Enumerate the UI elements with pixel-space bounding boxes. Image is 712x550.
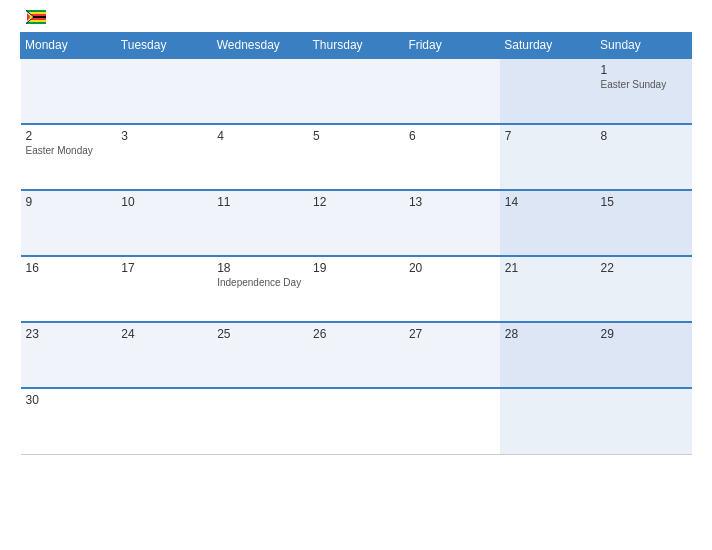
weekday-sunday: Sunday: [596, 33, 692, 59]
day-number: 14: [505, 195, 591, 209]
calendar-cell: [596, 388, 692, 454]
calendar-cell: 25: [212, 322, 308, 388]
calendar-cell: 18Independence Day: [212, 256, 308, 322]
day-number: 3: [121, 129, 207, 143]
calendar-cell: 19: [308, 256, 404, 322]
calendar-cell: 27: [404, 322, 500, 388]
calendar-cell: 15: [596, 190, 692, 256]
holiday-label: Easter Monday: [26, 145, 112, 156]
weekday-tuesday: Tuesday: [116, 33, 212, 59]
weekday-friday: Friday: [404, 33, 500, 59]
calendar-cell: 9: [21, 190, 117, 256]
calendar-cell: 4: [212, 124, 308, 190]
calendar-cell: 29: [596, 322, 692, 388]
day-number: 22: [601, 261, 687, 275]
calendar-week-row: 23242526272829: [21, 322, 692, 388]
day-number: 9: [26, 195, 112, 209]
calendar-table: MondayTuesdayWednesdayThursdayFridaySatu…: [20, 32, 692, 455]
calendar-cell: 17: [116, 256, 212, 322]
calendar-cell: 7: [500, 124, 596, 190]
weekday-monday: Monday: [21, 33, 117, 59]
calendar-cell: [404, 58, 500, 124]
weekday-wednesday: Wednesday: [212, 33, 308, 59]
calendar-cell: 21: [500, 256, 596, 322]
calendar-cell: 11: [212, 190, 308, 256]
day-number: 26: [313, 327, 399, 341]
calendar-cell: 23: [21, 322, 117, 388]
day-number: 13: [409, 195, 495, 209]
calendar-week-row: 2Easter Monday345678: [21, 124, 692, 190]
day-number: 20: [409, 261, 495, 275]
svg-point-10: [30, 16, 33, 19]
day-number: 5: [313, 129, 399, 143]
calendar-cell: 8: [596, 124, 692, 190]
day-number: 30: [26, 393, 112, 407]
calendar-week-row: 1Easter Sunday: [21, 58, 692, 124]
calendar-cell: [308, 388, 404, 454]
weekday-header-row: MondayTuesdayWednesdayThursdayFridaySatu…: [21, 33, 692, 59]
calendar-cell: 14: [500, 190, 596, 256]
day-number: 12: [313, 195, 399, 209]
day-number: 19: [313, 261, 399, 275]
calendar-cell: [116, 388, 212, 454]
calendar-cell: [116, 58, 212, 124]
day-number: 29: [601, 327, 687, 341]
day-number: 8: [601, 129, 687, 143]
day-number: 25: [217, 327, 303, 341]
svg-rect-6: [26, 22, 46, 24]
calendar-cell: 24: [116, 322, 212, 388]
day-number: 18: [217, 261, 303, 275]
calendar-cell: 3: [116, 124, 212, 190]
day-number: 10: [121, 195, 207, 209]
calendar-cell: 12: [308, 190, 404, 256]
weekday-saturday: Saturday: [500, 33, 596, 59]
day-number: 27: [409, 327, 495, 341]
holiday-label: Independence Day: [217, 277, 303, 288]
calendar-cell: [308, 58, 404, 124]
calendar-week-row: 9101112131415: [21, 190, 692, 256]
logo: [24, 10, 46, 24]
calendar-cell: [212, 388, 308, 454]
calendar-cell: 30: [21, 388, 117, 454]
day-number: 11: [217, 195, 303, 209]
calendar-cell: [500, 58, 596, 124]
calendar-cell: 28: [500, 322, 596, 388]
day-number: 21: [505, 261, 591, 275]
calendar-cell: 10: [116, 190, 212, 256]
day-number: 23: [26, 327, 112, 341]
weekday-thursday: Thursday: [308, 33, 404, 59]
calendar-cell: [500, 388, 596, 454]
calendar-cell: [212, 58, 308, 124]
holiday-label: Easter Sunday: [601, 79, 687, 90]
day-number: 24: [121, 327, 207, 341]
day-number: 17: [121, 261, 207, 275]
day-number: 6: [409, 129, 495, 143]
calendar-cell: [404, 388, 500, 454]
calendar-cell: 6: [404, 124, 500, 190]
day-number: 16: [26, 261, 112, 275]
calendar-cell: [21, 58, 117, 124]
calendar-cell: 26: [308, 322, 404, 388]
day-number: 1: [601, 63, 687, 77]
calendar-cell: 16: [21, 256, 117, 322]
calendar-cell: 2Easter Monday: [21, 124, 117, 190]
calendar-cell: 1Easter Sunday: [596, 58, 692, 124]
day-number: 28: [505, 327, 591, 341]
calendar-header: [20, 10, 692, 24]
calendar-cell: 13: [404, 190, 500, 256]
calendar-week-row: 30: [21, 388, 692, 454]
day-number: 7: [505, 129, 591, 143]
calendar-cell: 5: [308, 124, 404, 190]
svg-rect-0: [26, 10, 46, 12]
calendar-week-row: 161718Independence Day19202122: [21, 256, 692, 322]
calendar-cell: 20: [404, 256, 500, 322]
day-number: 15: [601, 195, 687, 209]
calendar-cell: 22: [596, 256, 692, 322]
day-number: 2: [26, 129, 112, 143]
day-number: 4: [217, 129, 303, 143]
logo-flag-icon: [26, 10, 46, 24]
